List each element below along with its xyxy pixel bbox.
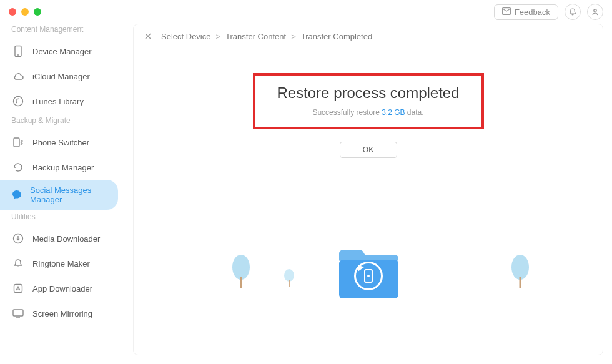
svg-rect-13 [289,280,290,287]
breadcrumb-sep-icon: > [215,32,220,41]
account-button[interactable] [587,4,603,20]
svg-rect-11 [240,277,242,288]
sidebar-section-content-management: Content Management [0,24,128,39]
sidebar-item-label: Screen Mirroring [32,309,92,318]
zoom-window-button[interactable] [34,8,41,16]
main-panel: Select Device > Transfer Content > Trans… [133,24,603,355]
bell-icon [11,257,25,270]
sidebar-item-backup-manager[interactable]: Backup Manager [0,155,128,180]
restore-folder-icon [334,245,403,302]
sidebar-item-label: Media Downloader [32,234,100,243]
cloud-icon [11,69,25,83]
phone-icon [11,44,25,58]
app-icon [11,282,25,295]
sidebar-item-itunes-library[interactable]: iTunes Library [0,89,128,114]
phone-glyph-icon [364,269,373,283]
sidebar-item-screen-mirroring[interactable]: Screen Mirroring [0,301,128,326]
illustration-scene [134,216,603,297]
close-breadcrumb-button[interactable] [142,31,154,42]
svg-point-14 [511,255,529,280]
sidebar-item-ringtone-maker[interactable]: Ringtone Maker [0,251,128,276]
backup-icon [11,160,25,174]
svg-rect-8 [14,285,22,293]
sidebar-item-label: Device Manager [32,47,92,56]
sidebar-item-app-downloader[interactable]: App Downloader [0,276,128,301]
titlebar: Feedback [0,0,612,24]
breadcrumb-sep-icon: > [291,32,296,41]
tree-icon [510,253,531,290]
tree-icon [230,253,252,290]
result-sub-suffix: data. [405,108,424,117]
result-highlight-box: Restore process completed Successfully r… [253,73,484,129]
breadcrumb-step-3: Transfer Completed [301,32,372,41]
tree-icon [284,268,295,287]
sidebar-item-device-manager[interactable]: Device Manager [0,39,128,64]
download-icon [11,232,25,245]
sidebar-item-label: Backup Manager [32,163,94,172]
restore-ring-icon [354,262,383,290]
chat-icon [11,188,22,202]
ok-button[interactable]: OK [340,142,397,158]
svg-point-4 [14,97,23,106]
svg-rect-9 [13,310,23,316]
switch-icon [11,135,25,149]
result-size: 3.2 GB [382,108,405,117]
sidebar-item-phone-switcher[interactable]: Phone Switcher [0,130,128,155]
result-sub-prefix: Successfully restore [312,108,382,117]
sidebar-item-label: Phone Switcher [32,138,89,147]
breadcrumb-step-2[interactable]: Transfer Content [225,32,286,41]
minimize-window-button[interactable] [21,8,29,16]
svg-point-10 [232,255,250,280]
sidebar-item-social-messages[interactable]: Social Messages Manager [0,180,118,210]
sidebar: Content Management Device Manager iCloud… [0,24,128,364]
svg-point-5 [16,102,17,104]
sidebar-item-label: iCloud Manager [32,72,90,81]
sidebar-item-media-downloader[interactable]: Media Downloader [0,226,128,251]
sidebar-section-utilities: Utilities [0,210,128,226]
sidebar-item-label: App Downloader [32,284,92,293]
mail-icon [502,7,511,17]
sidebar-item-label: Social Messages Manager [30,185,107,204]
feedback-button[interactable]: Feedback [494,4,558,20]
screen-icon [11,307,25,320]
svg-point-1 [594,9,596,12]
result-headline: Restore process completed [262,84,475,102]
svg-rect-6 [14,138,19,147]
sidebar-item-icloud-manager[interactable]: iCloud Manager [0,64,128,89]
close-window-button[interactable] [9,8,16,16]
feedback-label: Feedback [515,7,550,17]
result-subtext: Successfully restore 3.2 GB data. [262,108,475,117]
music-note-icon [11,94,25,108]
sidebar-item-label: iTunes Library [32,97,84,106]
svg-rect-15 [520,277,521,288]
breadcrumb: Select Device > Transfer Content > Trans… [134,24,603,48]
svg-point-3 [17,54,19,56]
breadcrumb-step-1[interactable]: Select Device [161,32,210,41]
notifications-button[interactable] [565,4,581,20]
sidebar-item-label: Ringtone Maker [32,259,90,268]
sidebar-section-backup-migrate: Backup & Migrate [0,114,128,130]
window-controls [9,8,41,16]
